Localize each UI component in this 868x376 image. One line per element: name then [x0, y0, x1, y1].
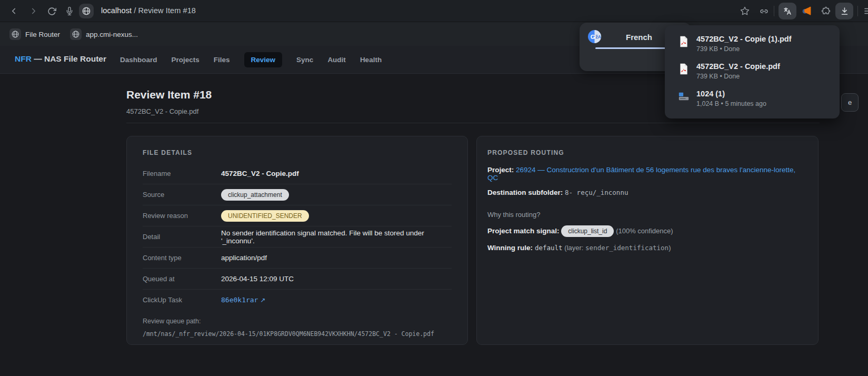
- row-label: ClickUp Task: [143, 296, 221, 304]
- megaphone-extension-icon[interactable]: [800, 4, 813, 17]
- nav-item-audit[interactable]: Audit: [327, 56, 346, 64]
- table-row-detail: Detail No sender identification signal m…: [143, 226, 452, 247]
- download-item[interactable]: 4572BC_V2 - Copie (1).pdf 739 KB • Done: [665, 30, 840, 57]
- partially-hidden-button[interactable]: e: [841, 93, 859, 112]
- extension-puzzle-icon[interactable]: [820, 5, 832, 17]
- bookmark-app-cmi-nexus[interactable]: app.cmi-nexus...: [70, 27, 138, 41]
- forward-icon[interactable]: [27, 5, 40, 17]
- row-label: Source: [143, 191, 221, 199]
- file-details-heading: FILE DETAILS: [143, 149, 452, 156]
- site-favicon-globe-icon: [79, 4, 94, 18]
- nav-item-dashboard[interactable]: Dashboard: [120, 56, 157, 64]
- download-meta: 739 KB • Done: [696, 73, 780, 80]
- project-link[interactable]: 26924 — Constructrion d'un Bâtiment de 5…: [487, 166, 795, 182]
- nav-item-review[interactable]: Review: [244, 52, 283, 67]
- download-item[interactable]: 1024 (1) 1,024 B • 5 minutes ago: [665, 85, 840, 112]
- table-row-filename: Filename 4572BC_V2 - Copie.pdf: [143, 163, 452, 184]
- globe-icon: [9, 28, 21, 40]
- queue-path-value: /mnt/nas/_nfr_review/2026-04-15/01KP8GRD…: [143, 330, 452, 338]
- url-host: localhost: [101, 6, 132, 15]
- download-item-text: 1024 (1) 1,024 B • 5 minutes ago: [696, 90, 766, 107]
- external-link-arrow-icon: ↗: [260, 296, 265, 304]
- download-filename: 4572BC_V2 - Copie (1).pdf: [696, 35, 792, 43]
- translate-icon[interactable]: [779, 3, 796, 19]
- filename-value: 4572BC_V2 - Copie.pdf: [221, 170, 299, 177]
- proposed-routing-card: PROPOSED ROUTING Project: 26924 — Constr…: [476, 136, 819, 345]
- match-signal-badge: clickup_list_id: [561, 225, 614, 237]
- download-item[interactable]: 4572BC_V2 - Copie.pdf 739 KB • Done: [665, 57, 840, 85]
- nav-item-health[interactable]: Health: [360, 56, 382, 64]
- winning-rule-label: Winning rule:: [487, 244, 533, 252]
- bookmark-star-icon[interactable]: [739, 5, 751, 17]
- address-bar[interactable]: localhost / Review Item #18: [101, 6, 196, 15]
- table-row-queued-at: Queued at 2026-04-15 12:09 UTC: [143, 268, 452, 289]
- proposed-routing-heading: PROPOSED ROUTING: [487, 149, 807, 156]
- download-meta: 1,024 B • 5 minutes ago: [696, 100, 766, 107]
- toolbar-divider: [857, 6, 858, 16]
- svg-text:žA: žA: [595, 34, 601, 39]
- match-signal-line: Project match signal: clickup_list_id (1…: [487, 225, 807, 237]
- pdf-icon: [678, 63, 690, 75]
- brand-primary: NFR: [15, 54, 32, 63]
- browser-toolbar: localhost / Review Item #18: [0, 0, 868, 22]
- google-translate-icon: G žA: [587, 29, 602, 44]
- download-item-text: 4572BC_V2 - Copie (1).pdf 739 KB • Done: [696, 35, 792, 53]
- drive-icon: [678, 91, 690, 102]
- link-icon[interactable]: [757, 5, 770, 17]
- downloads-icon[interactable]: [835, 3, 853, 19]
- source-badge: clickup_attachment: [221, 189, 289, 201]
- winning-rule-value: default: [535, 244, 563, 252]
- file-details-table: Filename 4572BC_V2 - Copie.pdf Source cl…: [143, 163, 452, 310]
- rule-layer-value: sender_identification: [585, 244, 669, 252]
- clickup-task-link[interactable]: 86e0k1rar: [221, 296, 258, 304]
- pdf-icon: [678, 36, 690, 47]
- svg-text:G: G: [591, 34, 595, 40]
- table-row-clickup-task: ClickUp Task 86e0k1rar ↗: [143, 289, 452, 310]
- row-label: Content type: [143, 254, 221, 262]
- rule-layer-suffix: ): [669, 244, 671, 252]
- table-row-source: Source clickup_attachment: [143, 184, 452, 205]
- nav-item-files[interactable]: Files: [214, 56, 230, 64]
- brand-secondary: — NAS File Router: [32, 54, 106, 63]
- queued-at-value: 2026-04-15 12:09 UTC: [221, 275, 294, 283]
- nav-item-sync[interactable]: Sync: [296, 56, 313, 64]
- detail-value: No sender identification signal matched.…: [221, 229, 452, 245]
- project-label: Project:: [487, 166, 514, 174]
- queue-path-label: Review queue path:: [143, 318, 452, 325]
- review-reason-badge: UNIDENTIFIED_SENDER: [221, 210, 309, 222]
- reload-icon[interactable]: [45, 5, 58, 17]
- header-divider: [126, 123, 820, 123]
- bookmark-file-router[interactable]: File Router: [9, 27, 60, 41]
- content-type-value: application/pdf: [221, 254, 267, 262]
- destination-line: Destination subfolder: 8- reçu/_inconnu: [487, 189, 807, 196]
- translate-tab-french[interactable]: French: [626, 33, 652, 42]
- nav-item-projects[interactable]: Projects: [172, 56, 199, 64]
- download-item-text: 4572BC_V2 - Copie.pdf 739 KB • Done: [696, 62, 780, 80]
- bookmark-label: app.cmi-nexus...: [86, 31, 138, 38]
- app-brand: NFR — NAS File Router: [15, 54, 106, 64]
- nav-links: Dashboard Projects Files Review Sync Aud…: [120, 46, 382, 74]
- page-title: Review Item #18: [126, 88, 212, 101]
- winning-rule-line: Winning rule: default (layer: sender_ide…: [487, 244, 807, 252]
- mic-icon[interactable]: [63, 5, 76, 17]
- toolbar-divider: [774, 6, 774, 16]
- row-label: Queued at: [143, 275, 221, 283]
- menu-icon[interactable]: [862, 5, 868, 17]
- downloads-popup: 4572BC_V2 - Copie (1).pdf 739 KB • Done …: [665, 25, 840, 118]
- page-subtitle: 4572BC_V2 - Copie.pdf: [126, 107, 198, 115]
- download-filename: 4572BC_V2 - Copie.pdf: [696, 62, 780, 71]
- back-icon[interactable]: [7, 5, 20, 17]
- row-label: Filename: [143, 170, 221, 177]
- file-details-card: FILE DETAILS Filename 4572BC_V2 - Copie.…: [126, 136, 468, 345]
- destination-label: Destination subfolder:: [487, 189, 563, 196]
- rule-layer-prefix: (layer:: [564, 244, 585, 252]
- table-row-review-reason: Review reason UNIDENTIFIED_SENDER: [143, 205, 452, 226]
- match-confidence: (100% confidence): [616, 227, 673, 235]
- why-routing-heading: Why this routing?: [487, 211, 807, 219]
- destination-value: 8- reçu/_inconnu: [565, 189, 628, 196]
- download-filename: 1024 (1): [696, 90, 766, 98]
- table-row-content-type: Content type application/pdf: [143, 247, 452, 268]
- url-path: / Review Item #18: [132, 6, 196, 15]
- bookmark-label: File Router: [25, 31, 60, 38]
- row-label: Review reason: [143, 212, 221, 220]
